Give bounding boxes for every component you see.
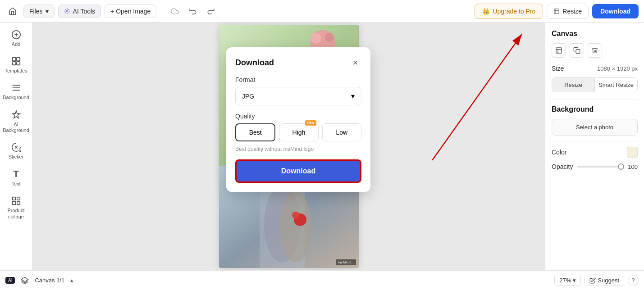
background-icon bbox=[11, 83, 21, 93]
product-collage-icon bbox=[11, 196, 21, 206]
suggest-label: Suggest bbox=[598, 277, 619, 284]
files-chevron-icon: ▾ bbox=[46, 8, 49, 15]
crown-icon: 👑 bbox=[482, 8, 490, 15]
canvas-chevron-icon[interactable]: ▲ bbox=[69, 277, 74, 284]
svg-point-19 bbox=[324, 33, 333, 42]
sidebar-item-ai-background-label: AI Background bbox=[3, 122, 29, 133]
download-topbar-button[interactable]: Download bbox=[592, 4, 639, 18]
quality-label: Quality bbox=[235, 113, 361, 120]
svg-rect-6 bbox=[16, 58, 19, 61]
home-button[interactable] bbox=[5, 4, 20, 18]
sidebar-item-background[interactable]: Background bbox=[2, 79, 31, 104]
sidebar-item-templates[interactable]: Templates bbox=[2, 53, 31, 77]
pro-badge: Pro bbox=[305, 120, 316, 126]
svg-point-28 bbox=[292, 212, 299, 219]
sidebar-item-product-collage[interactable]: Product collage bbox=[2, 192, 31, 223]
color-label: Color bbox=[552, 149, 566, 156]
resize-label: Resize bbox=[562, 8, 582, 15]
resize-button[interactable]: Resize bbox=[547, 4, 589, 19]
topbar-divider bbox=[162, 5, 162, 18]
sidebar-item-sticker[interactable]: Sticker bbox=[2, 139, 31, 163]
panel-divider-2 bbox=[552, 141, 638, 141]
opacity-value: 100 bbox=[628, 163, 638, 170]
modal-download-button[interactable]: Download bbox=[235, 159, 361, 183]
canvas-tool-delete[interactable] bbox=[588, 43, 602, 58]
add-icon bbox=[11, 30, 21, 40]
size-value: 1080 × 1920 px bbox=[597, 65, 638, 72]
main-layout: Add Templates Background AI Background S… bbox=[0, 23, 644, 270]
cloud-icon[interactable] bbox=[168, 4, 182, 18]
svg-rect-13 bbox=[17, 197, 19, 200]
opacity-label: Opacity bbox=[552, 163, 573, 170]
resize-group-smart[interactable]: Smart Resize bbox=[595, 78, 637, 92]
sidebar-item-add-label: Add bbox=[12, 41, 21, 47]
sidebar-item-background-label: Background bbox=[3, 95, 29, 100]
open-image-button[interactable]: + Open Image bbox=[105, 5, 156, 18]
ai-tools-button[interactable]: AI Tools bbox=[58, 5, 101, 18]
resize-group: Resize Smart Resize bbox=[552, 77, 638, 92]
sidebar-item-templates-label: Templates bbox=[5, 68, 27, 74]
svg-point-18 bbox=[310, 33, 321, 44]
resize-group-resize[interactable]: Resize bbox=[552, 78, 595, 92]
templates-icon bbox=[11, 56, 21, 66]
upgrade-label: Upgrade to Pro bbox=[493, 8, 535, 15]
help-button[interactable]: ? bbox=[628, 275, 639, 286]
canvas-tools bbox=[552, 43, 638, 58]
panel-divider-1 bbox=[552, 100, 638, 100]
format-select[interactable]: JPG ▾ bbox=[235, 87, 361, 105]
quality-best-button[interactable]: Best bbox=[235, 123, 275, 141]
svg-point-0 bbox=[66, 10, 68, 12]
zoom-value: 27% bbox=[559, 277, 571, 284]
bottom-bar: AI Canvas 1/1 ▲ 27% ▾ Suggest ? bbox=[0, 270, 644, 290]
opacity-slider[interactable] bbox=[577, 166, 624, 168]
quality-low-button[interactable]: Low bbox=[322, 123, 361, 141]
suggest-button[interactable]: Suggest bbox=[585, 275, 624, 286]
zoom-control[interactable]: 27% ▾ bbox=[554, 275, 581, 286]
canvas-panel-title: Canvas bbox=[552, 30, 638, 38]
svg-rect-32 bbox=[576, 50, 580, 54]
canvas-watermark: insMind... bbox=[336, 259, 356, 265]
color-swatch[interactable] bbox=[627, 147, 638, 158]
canvas-tool-duplicate[interactable] bbox=[570, 43, 584, 58]
modal-title: Download bbox=[235, 58, 274, 68]
zoom-chevron-icon: ▾ bbox=[573, 277, 576, 284]
undo-button[interactable] bbox=[186, 4, 200, 18]
topbar: Files ▾ AI Tools + Open Image 👑 Upgrade … bbox=[0, 0, 644, 23]
sidebar-item-text[interactable]: T Text bbox=[2, 165, 31, 190]
sidebar-item-text-label: Text bbox=[11, 181, 20, 187]
svg-rect-31 bbox=[556, 48, 562, 53]
ai-background-icon bbox=[11, 110, 21, 120]
svg-line-30 bbox=[432, 34, 522, 160]
sticker-icon bbox=[11, 142, 21, 152]
select-photo-button[interactable]: Select a photo bbox=[552, 119, 638, 136]
svg-rect-14 bbox=[12, 202, 15, 204]
redo-button[interactable] bbox=[204, 4, 218, 18]
canvas-label: Canvas 1/1 bbox=[35, 277, 64, 284]
open-image-label: + Open Image bbox=[110, 8, 151, 15]
layers-button[interactable] bbox=[18, 274, 31, 287]
modal-close-button[interactable]: ✕ bbox=[349, 56, 361, 69]
size-row: Size 1080 × 1920 px bbox=[552, 65, 638, 72]
canvas-tool-style[interactable] bbox=[552, 43, 566, 58]
format-value: JPG bbox=[242, 93, 254, 100]
sidebar-item-product-collage-label: Product collage bbox=[4, 208, 29, 219]
ai-tools-label: AI Tools bbox=[73, 8, 96, 15]
svg-rect-7 bbox=[12, 62, 15, 65]
upgrade-button[interactable]: 👑 Upgrade to Pro bbox=[475, 4, 543, 19]
svg-rect-15 bbox=[17, 202, 19, 204]
sidebar-item-sticker-label: Sticker bbox=[9, 154, 24, 160]
sidebar-item-add[interactable]: Add bbox=[2, 26, 31, 51]
quality-high-button[interactable]: High Pro bbox=[279, 123, 318, 141]
size-label: Size bbox=[552, 65, 564, 72]
opacity-row: Opacity 100 bbox=[552, 163, 638, 170]
format-chevron-icon: ▾ bbox=[351, 92, 355, 100]
format-label: Format bbox=[235, 76, 361, 83]
modal-header: Download ✕ bbox=[235, 56, 361, 69]
files-button[interactable]: Files ▾ bbox=[23, 5, 55, 18]
sidebar: Add Templates Background AI Background S… bbox=[0, 23, 32, 270]
files-label: Files bbox=[29, 8, 43, 15]
text-icon: T bbox=[13, 169, 18, 179]
svg-rect-1 bbox=[554, 9, 559, 14]
sidebar-item-ai-background[interactable]: AI Background bbox=[2, 106, 31, 137]
svg-rect-12 bbox=[12, 197, 15, 200]
